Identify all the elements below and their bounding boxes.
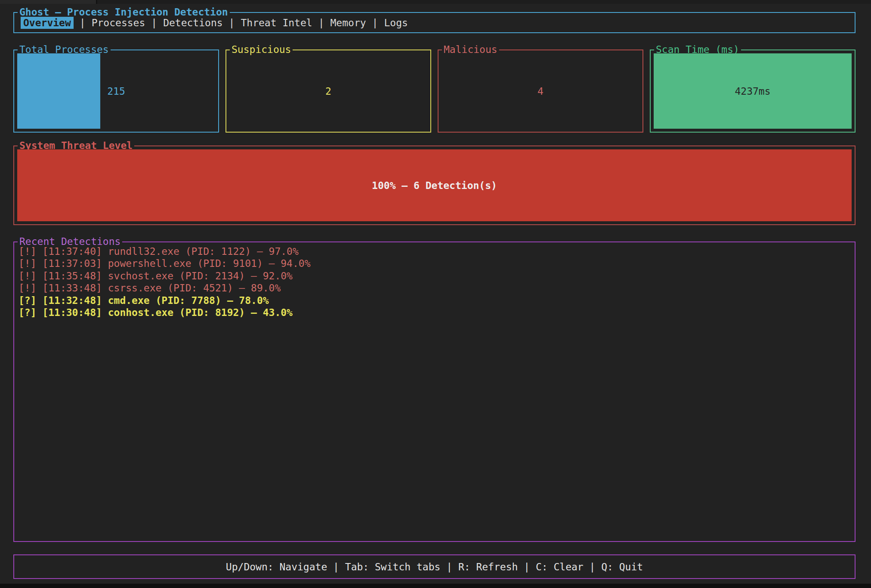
tab-processes[interactable]: Processes (92, 17, 145, 28)
tab-bar: Overview|Processes|Detections|Threat Int… (14, 13, 855, 32)
tab-separator: | (318, 17, 324, 28)
tab-detections[interactable]: Detections (163, 17, 222, 28)
tab-separator: | (151, 17, 157, 28)
terminal-top-edge (0, 0, 871, 4)
malicious-gauge: 4 (442, 53, 639, 129)
scan-time-gauge: 4237ms (654, 53, 852, 129)
detection-list: [!] [11:37:40] rundll32.exe (PID: 1122) … (14, 242, 855, 541)
gauge-value: 215 (17, 53, 215, 129)
stats-row: Total Processes 215 Suspicious 2 Malicio… (13, 50, 856, 133)
stat-box-malicious: Malicious 4 (438, 50, 643, 133)
detection-row[interactable]: [?] [11:30:48] conhost.exe (PID: 8192) —… (19, 306, 850, 319)
tab-separator: | (229, 17, 235, 28)
threat-level-panel: System Threat Level 100% — 6 Detection(s… (13, 145, 856, 225)
terminal-bottom-edge (0, 584, 871, 588)
tab-separator: | (372, 17, 378, 28)
tab-logs[interactable]: Logs (384, 17, 408, 28)
stat-box-suspicious: Suspicious 2 (225, 50, 431, 133)
threat-level-label: 100% — 6 Detection(s) (17, 149, 852, 221)
tab-overview[interactable]: Overview (21, 17, 74, 29)
gauge-value: 2 (229, 53, 427, 129)
recent-detections-panel: Recent Detections [!] [11:37:40] rundll3… (13, 241, 856, 542)
header-panel: Ghost — Process Injection Detection Over… (13, 12, 856, 33)
detection-row[interactable]: [!] [11:33:48] csrss.exe (PID: 4521) — 8… (19, 282, 850, 294)
terminal-tab-notch (0, 0, 97, 4)
tab-separator: | (80, 17, 86, 28)
gauge-value: 4 (442, 53, 639, 129)
status-bar-text: Up/Down: Navigate | Tab: Switch tabs | R… (226, 561, 643, 573)
tab-memory[interactable]: Memory (330, 17, 366, 28)
gauge-value: 4237ms (654, 53, 852, 129)
stat-box-total-processes: Total Processes 215 (13, 50, 219, 133)
detection-row[interactable]: [!] [11:37:03] powershell.exe (PID: 9101… (19, 257, 850, 269)
detection-row[interactable]: [?] [11:32:48] cmd.exe (PID: 7788) — 78.… (19, 294, 850, 306)
total-processes-gauge: 215 (17, 53, 215, 129)
detection-row[interactable]: [!] [11:35:48] svchost.exe (PID: 2134) —… (19, 270, 850, 282)
status-bar: Up/Down: Navigate | Tab: Switch tabs | R… (13, 554, 856, 579)
tab-threat-intel[interactable]: Threat Intel (241, 17, 312, 28)
stat-box-scan-time: Scan Time (ms) 4237ms (650, 50, 856, 133)
detection-row[interactable]: [!] [11:37:40] rundll32.exe (PID: 1122) … (19, 245, 850, 257)
suspicious-gauge: 2 (229, 53, 427, 129)
threat-level-gauge: 100% — 6 Detection(s) (17, 149, 852, 221)
